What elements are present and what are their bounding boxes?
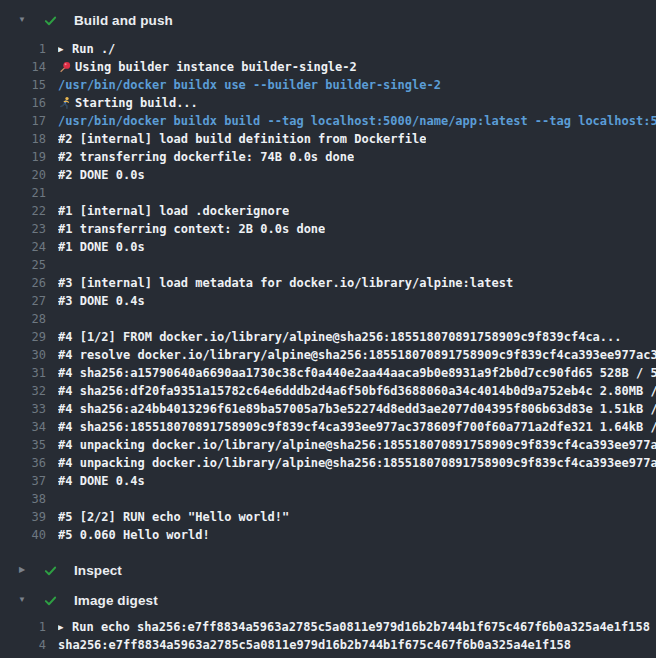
section-title: Inspect — [74, 563, 122, 578]
line-number[interactable]: 24 — [0, 238, 46, 256]
log-line: 38 — [0, 490, 656, 508]
line-number[interactable]: 4 — [0, 636, 46, 654]
log-message: #5 [2/2] RUN echo "Hello world!" — [58, 508, 289, 526]
log-line: 1▶Run ./ — [0, 40, 656, 58]
line-number[interactable]: 31 — [0, 364, 46, 382]
line-number[interactable]: 25 — [0, 256, 46, 274]
line-number[interactable]: 23 — [0, 220, 46, 238]
log-text: #4 unpacking docker.io/library/alpine@sh… — [58, 454, 656, 472]
log-line: 31#4 sha256:a15790640a6690aa1730c38cf0a4… — [0, 364, 656, 382]
line-number[interactable]: 30 — [0, 346, 46, 364]
log-message: Starting build... — [75, 94, 198, 112]
triangle-down-icon[interactable]: ▼ — [10, 16, 34, 24]
log-message: Run ./ — [72, 40, 115, 58]
log-message: #4 [1/2] FROM docker.io/library/alpine@s… — [58, 328, 622, 346]
log-text: #1 DONE 0.0s — [58, 238, 145, 256]
line-number[interactable]: 28 — [0, 310, 46, 328]
line-number[interactable]: 34 — [0, 418, 46, 436]
log-line: 32#4 sha256:df20fa9351a15782c64e6dddb2d4… — [0, 382, 656, 400]
log-line: 18#2 [internal] load build definition fr… — [0, 130, 656, 148]
log-message: #4 resolve docker.io/library/alpine@sha2… — [58, 346, 656, 364]
line-number[interactable]: 1 — [0, 618, 46, 636]
log-text: #2 transferring dockerfile: 74B 0.0s don… — [58, 148, 354, 166]
log-message: #5 0.060 Hello world! — [58, 526, 210, 544]
log-message: #3 [internal] load metadata for docker.i… — [58, 274, 513, 292]
line-number[interactable]: 22 — [0, 202, 46, 220]
check-icon — [42, 592, 58, 608]
log-viewer: ▼Build and push1▶Run ./14Using builder i… — [0, 0, 656, 658]
log-text: sha256:e7ff8834a5963a2785c5a0811e979d16b… — [58, 636, 571, 654]
section-image-digest: ▼Image digest1▶Run echo sha256:e7ff8834a… — [0, 586, 656, 654]
log-line: 4sha256:e7ff8834a5963a2785c5a0811e979d16… — [0, 636, 656, 654]
section-header-image-digest[interactable]: ▼Image digest — [0, 586, 656, 614]
log-line: 26#3 [internal] load metadata for docker… — [0, 274, 656, 292]
line-number[interactable]: 19 — [0, 148, 46, 166]
line-number[interactable]: 15 — [0, 76, 46, 94]
section-build-and-push: ▼Build and push1▶Run ./14Using builder i… — [0, 6, 656, 554]
log-message: /usr/bin/docker buildx build --tag local… — [58, 112, 656, 130]
log-line: 15/usr/bin/docker buildx use --builder b… — [0, 76, 656, 94]
check-icon — [42, 562, 58, 578]
play-icon[interactable]: ▶ — [58, 40, 72, 58]
play-icon[interactable]: ▶ — [58, 618, 72, 636]
line-number[interactable]: 14 — [0, 58, 46, 76]
log-message: #1 transferring context: 2B 0.0s done — [58, 220, 325, 238]
log-message: #4 sha256:185518070891758909c9f839cf4ca3… — [58, 418, 656, 436]
line-number[interactable]: 37 — [0, 472, 46, 490]
line-number[interactable]: 36 — [0, 454, 46, 472]
line-number[interactable]: 17 — [0, 112, 46, 130]
line-number[interactable]: 16 — [0, 94, 46, 112]
line-number[interactable]: 33 — [0, 400, 46, 418]
line-number[interactable]: 38 — [0, 490, 46, 508]
line-number[interactable]: 27 — [0, 292, 46, 310]
section-title: Image digest — [74, 593, 158, 608]
line-number[interactable]: 32 — [0, 382, 46, 400]
log-line: 40#5 0.060 Hello world! — [0, 526, 656, 544]
log-line: 37#4 DONE 0.4s — [0, 472, 656, 490]
log-line: 17/usr/bin/docker buildx build --tag loc… — [0, 112, 656, 130]
line-number[interactable]: 40 — [0, 526, 46, 544]
log-text: Starting build... — [58, 94, 198, 112]
log-line: 1▶Run echo sha256:e7ff8834a5963a2785c5a0… — [0, 618, 656, 636]
log-line: 36#4 unpacking docker.io/library/alpine@… — [0, 454, 656, 472]
log-message: #4 unpacking docker.io/library/alpine@sh… — [58, 454, 656, 472]
log-text: #4 sha256:a15790640a6690aa1730c38cf0a440… — [58, 364, 656, 382]
log-text: #4 [1/2] FROM docker.io/library/alpine@s… — [58, 328, 622, 346]
line-number[interactable]: 21 — [0, 184, 46, 202]
log-text: #4 sha256:df20fa9351a15782c64e6dddb2d4a6… — [58, 382, 656, 400]
log-line: 28 — [0, 310, 656, 328]
log-message: #3 DONE 0.4s — [58, 292, 145, 310]
log-message: #4 sha256:a15790640a6690aa1730c38cf0a440… — [58, 364, 656, 382]
log-text: #2 DONE 0.0s — [58, 166, 145, 184]
log-text: /usr/bin/docker buildx use --builder bui… — [58, 76, 441, 94]
check-icon — [42, 12, 58, 28]
line-number[interactable]: 39 — [0, 508, 46, 526]
log-line: 23#1 transferring context: 2B 0.0s done — [0, 220, 656, 238]
section-inspect: ▶Inspect — [0, 556, 656, 584]
log-message: #2 transferring dockerfile: 74B 0.0s don… — [58, 148, 354, 166]
line-number[interactable]: 29 — [0, 328, 46, 346]
section-title: Build and push — [74, 13, 173, 28]
section-header-build-and-push[interactable]: ▼Build and push — [0, 6, 656, 34]
line-number[interactable]: 35 — [0, 436, 46, 454]
line-number[interactable]: 18 — [0, 130, 46, 148]
log-message: #4 DONE 0.4s — [58, 472, 145, 490]
line-number[interactable]: 1 — [0, 40, 46, 58]
log-line: 34#4 sha256:185518070891758909c9f839cf4c… — [0, 418, 656, 436]
log-text: #4 sha256:a24bb4013296f61e89ba57005a7b3e… — [58, 400, 656, 418]
line-number[interactable]: 26 — [0, 274, 46, 292]
log-line: 39#5 [2/2] RUN echo "Hello world!" — [0, 508, 656, 526]
log-line: 16Starting build... — [0, 94, 656, 112]
triangle-right-icon[interactable]: ▶ — [10, 566, 34, 574]
log-text: #2 [internal] load build definition from… — [58, 130, 426, 148]
log-message: #4 sha256:a24bb4013296f61e89ba57005a7b3e… — [58, 400, 656, 418]
log-text: #3 [internal] load metadata for docker.i… — [58, 274, 513, 292]
log-text: #5 [2/2] RUN echo "Hello world!" — [58, 508, 289, 526]
log-block-image-digest: 1▶Run echo sha256:e7ff8834a5963a2785c5a0… — [0, 614, 656, 654]
line-number[interactable]: 20 — [0, 166, 46, 184]
triangle-down-icon[interactable]: ▼ — [10, 596, 34, 604]
log-line: 33#4 sha256:a24bb4013296f61e89ba57005a7b… — [0, 400, 656, 418]
log-block-build-and-push: 1▶Run ./14Using builder instance builder… — [0, 34, 656, 554]
log-text: #5 0.060 Hello world! — [58, 526, 210, 544]
section-header-inspect[interactable]: ▶Inspect — [0, 556, 656, 584]
